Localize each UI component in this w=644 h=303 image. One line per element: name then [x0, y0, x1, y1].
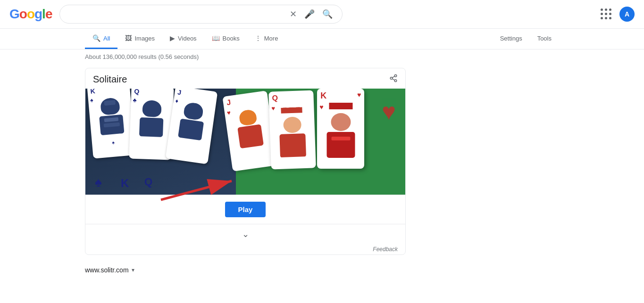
svg-point-1: [390, 77, 393, 80]
tab-all[interactable]: 🔍 All: [85, 29, 117, 49]
search-bar: Solitaire ✕ 🎤 🔍: [59, 5, 343, 24]
svg-line-3: [392, 79, 394, 80]
svg-line-4: [392, 76, 394, 78]
search-submit-button[interactable]: 🔍: [320, 9, 335, 19]
clear-icon: ✕: [290, 9, 297, 19]
red-card-k: K ♥ ♥: [317, 89, 364, 169]
search-input[interactable]: Solitaire: [67, 10, 284, 18]
search-icon: 🔍: [322, 9, 333, 19]
header: Google Solitaire ✕ 🎤 🔍 A: [0, 0, 644, 29]
more-icon: ⋮: [255, 34, 261, 42]
clear-button[interactable]: ✕: [288, 9, 299, 19]
feedback-label[interactable]: Feedback: [373, 246, 398, 253]
apps-button[interactable]: [601, 8, 612, 20]
svg-point-0: [394, 75, 397, 77]
expand-area[interactable]: ⌄: [85, 224, 405, 244]
tab-books[interactable]: 📖 Books: [204, 29, 247, 49]
nav-tabs: 🔍 All 🖼 Images ▶ Videos 📖 Books ⋮ More S…: [0, 29, 644, 49]
solitaire-featured-card: Solitaire K ♠ ♠: [85, 68, 406, 255]
microphone-icon: 🎤: [304, 9, 315, 19]
svg-point-2: [394, 80, 397, 82]
tab-videos[interactable]: ▶ Videos: [162, 29, 204, 49]
tab-more[interactable]: ⋮ More: [247, 29, 286, 49]
game-preview: K ♠ ♠: [85, 89, 405, 195]
images-icon: 🖼: [125, 34, 132, 42]
search-icon: 🔍: [92, 34, 100, 42]
header-right: A: [601, 7, 635, 22]
google-logo[interactable]: Google: [9, 7, 52, 22]
url-dropdown-icon[interactable]: ▾: [132, 267, 134, 273]
share-icon[interactable]: [389, 74, 398, 85]
results-info: About 136,000,000 results (0.56 seconds): [0, 49, 644, 64]
dark-card-3: J ♦: [166, 89, 218, 164]
website-result: www.solitr.com ▾: [85, 262, 559, 278]
tools-link[interactable]: Tools: [530, 29, 559, 49]
avatar[interactable]: A: [619, 7, 635, 22]
right-cards-area: J ♥ Q ♥: [213, 89, 405, 195]
play-button[interactable]: Play: [225, 202, 266, 217]
videos-icon: ▶: [170, 34, 175, 42]
play-area: Play: [85, 195, 405, 224]
dark-card-1: K ♠ ♠: [87, 89, 135, 159]
books-icon: 📖: [212, 34, 220, 42]
settings-link[interactable]: Settings: [493, 29, 530, 49]
nav-settings-tools: Settings Tools: [493, 29, 559, 49]
voice-search-button[interactable]: 🎤: [302, 9, 317, 19]
red-card-q: Q ♥: [268, 90, 316, 169]
tab-images[interactable]: 🖼 Images: [117, 29, 162, 49]
main-content: Solitaire K ♠ ♠: [0, 68, 644, 278]
card-header: Solitaire: [85, 68, 405, 89]
feedback-area: Feedback: [85, 244, 405, 254]
card-title: Solitaire: [93, 74, 127, 85]
chevron-down-icon[interactable]: ⌄: [242, 229, 249, 239]
website-url: www.solitr.com ▾: [85, 266, 559, 274]
